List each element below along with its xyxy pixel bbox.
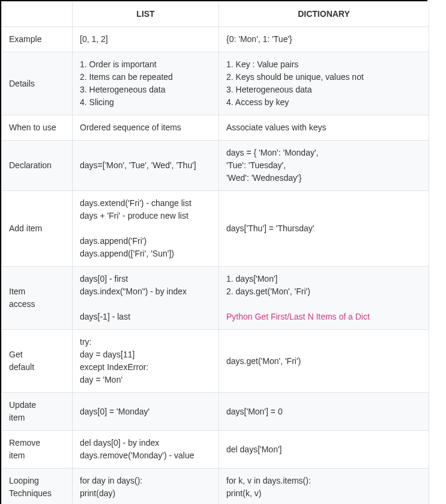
list-cell: [0, 1, 2]	[73, 27, 219, 52]
dict-cell: days['Mon'] = 0	[219, 393, 429, 431]
row-label: Get default	[2, 330, 73, 393]
dict-cell: days.get('Mon', 'Fri')	[219, 330, 429, 393]
row-label: Item access	[2, 267, 73, 330]
dict-cell-text: 1. days['Mon'] 2. days.get('Mon', 'Fri')	[226, 274, 310, 296]
row-label: Update item	[2, 393, 73, 431]
table-body: Example [0, 1, 2] {0: 'Mon', 1: 'Tue'} D…	[2, 27, 429, 505]
table-row: Add item days.extend('Fri') - change lis…	[2, 191, 429, 267]
dict-cell: 1. days['Mon'] 2. days.get('Mon', 'Fri')…	[219, 267, 429, 330]
comparison-table-wrapper: LIST DICTIONARY Example [0, 1, 2] {0: 'M…	[0, 0, 427, 504]
list-cell: 1. Order is important 2. Items can be re…	[73, 52, 219, 115]
table-row: Details 1. Order is important 2. Items c…	[2, 52, 429, 115]
table-row: Remove item del days[0] - by index days.…	[2, 431, 429, 469]
list-cell: try: day = days[11] except IndexError: d…	[73, 330, 219, 393]
dict-cell: days['Thu'] = 'Thursday'	[219, 191, 429, 267]
dict-cell: for k, v in days.items(): print(k, v)	[219, 469, 429, 505]
dict-cell: days = { 'Mon': 'Monday', 'Tue': 'Tuesda…	[219, 141, 429, 191]
list-cell: days.extend('Fri') - change list days + …	[73, 191, 219, 267]
table-row: Item access days[0] - first days.index("…	[2, 267, 429, 330]
table-row: Example [0, 1, 2] {0: 'Mon', 1: 'Tue'}	[2, 27, 429, 52]
row-label: Looping Techniques	[2, 469, 73, 505]
dict-cell: {0: 'Mon', 1: 'Tue'}	[219, 27, 429, 52]
row-label: Declaration	[2, 141, 73, 191]
table-row: Declaration days=['Mon', 'Tue', 'Wed', '…	[2, 141, 429, 191]
table-row: Update item days[0] = 'Monday' days['Mon…	[2, 393, 429, 431]
list-cell: for day in days(): print(day)	[73, 469, 219, 505]
header-list: LIST	[73, 2, 219, 27]
row-label: When to use	[2, 115, 73, 141]
list-cell: days[0] - first days.index("Mon") - by i…	[73, 267, 219, 330]
dict-link[interactable]: Python Get First/Last N Items of a Dict	[226, 312, 370, 321]
header-empty	[2, 2, 73, 27]
table-row: Looping Techniques for day in days(): pr…	[2, 469, 429, 505]
list-cell: Ordered sequence of items	[73, 115, 219, 141]
row-label: Add item	[2, 191, 73, 267]
row-label: Example	[2, 27, 73, 52]
dict-cell: del days['Mon']	[219, 431, 429, 469]
list-cell: days=['Mon', 'Tue', 'Wed', 'Thu']	[73, 141, 219, 191]
list-cell: days[0] = 'Monday'	[73, 393, 219, 431]
list-cell: del days[0] - by index days.remove('Mond…	[73, 431, 219, 469]
table-row: When to use Ordered sequence of items As…	[2, 115, 429, 141]
dict-cell: Associate values with keys	[219, 115, 429, 141]
row-label: Remove item	[2, 431, 73, 469]
table-header-row: LIST DICTIONARY	[2, 2, 429, 27]
comparison-table: LIST DICTIONARY Example [0, 1, 2] {0: 'M…	[1, 1, 429, 504]
table-row: Get default try: day = days[11] except I…	[2, 330, 429, 393]
dict-cell: 1. Key : Value pairs 2. Keys should be u…	[219, 52, 429, 115]
header-dictionary: DICTIONARY	[219, 2, 429, 27]
row-label: Details	[2, 52, 73, 115]
